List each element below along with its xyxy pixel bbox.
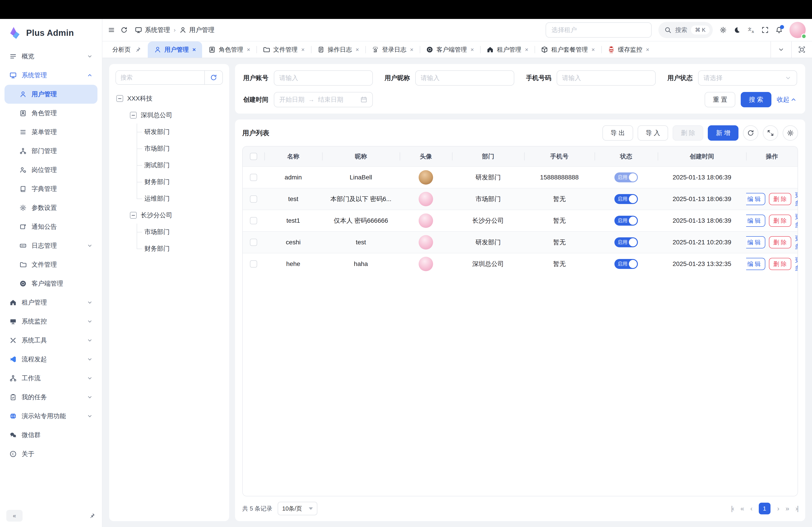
close-icon[interactable]: ×	[525, 46, 528, 53]
tree-collapse-icon[interactable]	[116, 95, 123, 102]
sidebar-item[interactable]: 系统监控	[4, 312, 98, 331]
sidebar-item[interactable]: 概览	[4, 47, 98, 66]
tab-item[interactable]: 文件管理×	[257, 42, 311, 58]
status-toggle[interactable]: 启用	[614, 259, 638, 269]
row-checkbox[interactable]	[250, 217, 257, 224]
sidebar-subitem[interactable]: 通知公告	[4, 217, 98, 236]
sidebar-subitem[interactable]: 角色管理	[4, 104, 98, 123]
tab-item[interactable]: 登录日志×	[365, 42, 420, 58]
close-icon[interactable]: ×	[356, 46, 359, 53]
breadcrumb-item-system[interactable]: 系统管理	[135, 26, 170, 34]
row-checkbox[interactable]	[250, 195, 257, 202]
pagination-first-icon[interactable]: |‹	[731, 505, 734, 512]
edit-button[interactable]: 编 辑	[746, 258, 765, 270]
sidebar-item[interactable]: 系统管理	[4, 66, 98, 85]
sidebar-item[interactable]: C关于	[4, 445, 98, 464]
menu-toggle-icon[interactable]	[108, 26, 115, 34]
sidebar-subitem[interactable]: 岗位管理	[4, 161, 98, 179]
more-button[interactable]: 更多	[795, 234, 798, 251]
tab-item[interactable]: 角色管理×	[202, 42, 257, 58]
pagination-prev-icon[interactable]: ‹	[751, 505, 752, 512]
collapse-filters-link[interactable]: 收起	[777, 95, 797, 104]
tree-search-input[interactable]	[116, 71, 204, 84]
sidebar-subitem[interactable]: 用户管理	[4, 85, 98, 104]
tree-collapse-icon[interactable]	[130, 212, 137, 219]
edit-button[interactable]: 编 辑	[746, 193, 765, 205]
sidebar-subitem[interactable]: 菜单管理	[4, 123, 98, 141]
close-icon[interactable]: ×	[192, 46, 196, 53]
close-icon[interactable]: ×	[470, 46, 474, 53]
delete-row-button[interactable]: 删 除	[769, 258, 791, 270]
tenant-select-input[interactable]	[546, 22, 652, 37]
close-icon[interactable]: ×	[646, 46, 649, 53]
tab-item[interactable]: 客户端管理×	[420, 42, 480, 58]
tree-node[interactable]: 财务部门	[115, 240, 223, 257]
pin-icon[interactable]	[134, 46, 142, 53]
pagination-prev2-icon[interactable]: «	[740, 505, 744, 512]
sidebar-subitem[interactable]: 客户端管理	[4, 274, 98, 293]
pagination-last-icon[interactable]: ›|	[795, 505, 798, 512]
tree-collapse-icon[interactable]	[130, 112, 137, 119]
status-select[interactable]: 请选择	[698, 70, 797, 86]
sidebar-item[interactable]: 租户管理	[4, 293, 98, 312]
nickname-input[interactable]	[421, 74, 509, 81]
breadcrumb-item-user[interactable]: 用户管理	[179, 26, 215, 34]
table-settings-icon[interactable]	[783, 125, 798, 141]
delete-button[interactable]: 删 除	[672, 125, 703, 141]
close-icon[interactable]: ×	[410, 46, 414, 53]
sidebar-subitem[interactable]: 字典管理	[4, 179, 98, 198]
tab-item[interactable]: 租户管理×	[480, 42, 535, 58]
sidebar-pin-icon[interactable]	[88, 512, 96, 520]
more-button[interactable]: 更多	[795, 191, 798, 207]
refresh-page-icon[interactable]	[120, 26, 128, 34]
sidebar-subitem[interactable]: 参数设置	[4, 198, 98, 217]
phone-input[interactable]	[562, 74, 650, 81]
page-size-select[interactable]: 10条/页	[278, 502, 317, 515]
sidebar-subitem[interactable]: 文件管理	[4, 255, 98, 274]
tree-node[interactable]: 研发部门	[115, 123, 223, 140]
tree-node[interactable]: 深圳总公司	[115, 107, 223, 123]
row-checkbox[interactable]	[250, 174, 257, 181]
tabs-dropdown-icon[interactable]	[770, 42, 791, 58]
tab-item[interactable]: 租户套餐管理×	[535, 42, 601, 58]
settings-gear-icon[interactable]	[720, 26, 727, 34]
tree-node[interactable]: 长沙分公司	[115, 207, 223, 224]
sidebar-item[interactable]: 演示站专用功能	[4, 407, 98, 425]
export-button[interactable]: 导 出	[603, 125, 633, 141]
edit-button[interactable]: 编 辑	[746, 236, 765, 249]
more-button[interactable]: 更多	[795, 256, 798, 272]
table-refresh-icon[interactable]	[743, 125, 758, 141]
delete-row-button[interactable]: 删 除	[769, 215, 791, 227]
content-fullscreen-icon[interactable]	[791, 42, 812, 58]
tree-node[interactable]: XXX科技	[115, 90, 223, 107]
add-button[interactable]: 新 增	[708, 125, 738, 141]
pagination-next2-icon[interactable]: »	[786, 505, 789, 512]
sidebar-item[interactable]: 系统工具	[4, 331, 98, 350]
sidebar-subitem[interactable]: 部门管理	[4, 141, 98, 161]
reset-button[interactable]: 重 置	[705, 92, 735, 107]
edit-button[interactable]: 编 辑	[746, 215, 765, 227]
notification-bell-button[interactable]	[775, 26, 783, 34]
tab-item[interactable]: redis缓存监控×	[601, 42, 656, 58]
sidebar-item[interactable]: 流程发起	[4, 350, 98, 369]
dark-mode-moon-icon[interactable]	[734, 26, 741, 34]
fullscreen-icon[interactable]	[762, 26, 769, 34]
pagination-page-current[interactable]: 1	[759, 503, 770, 514]
close-icon[interactable]: ×	[247, 46, 250, 53]
tree-refresh-icon[interactable]	[204, 71, 222, 84]
tab-item[interactable]: 操作日志×	[311, 42, 365, 58]
sidebar-item[interactable]: 我的任务	[4, 388, 98, 407]
row-checkbox[interactable]	[250, 239, 257, 246]
global-search-button[interactable]: 搜索 ⌘ K	[658, 22, 713, 38]
tree-node[interactable]: 测试部门	[115, 157, 223, 174]
status-toggle[interactable]: 启用	[614, 216, 638, 226]
sidebar-collapse-button[interactable]: «	[6, 510, 23, 522]
select-all-checkbox[interactable]	[250, 153, 257, 160]
tree-node[interactable]: 财务部门	[115, 174, 223, 190]
sidebar-item[interactable]: 微信群	[4, 425, 98, 445]
date-range-input[interactable]: 开始日期 → 结束日期	[274, 92, 373, 107]
status-toggle[interactable]: 启用	[614, 172, 638, 182]
tree-node[interactable]: 市场部门	[115, 224, 223, 240]
status-toggle[interactable]: 启用	[614, 194, 638, 204]
more-button[interactable]: 更多	[795, 213, 798, 229]
